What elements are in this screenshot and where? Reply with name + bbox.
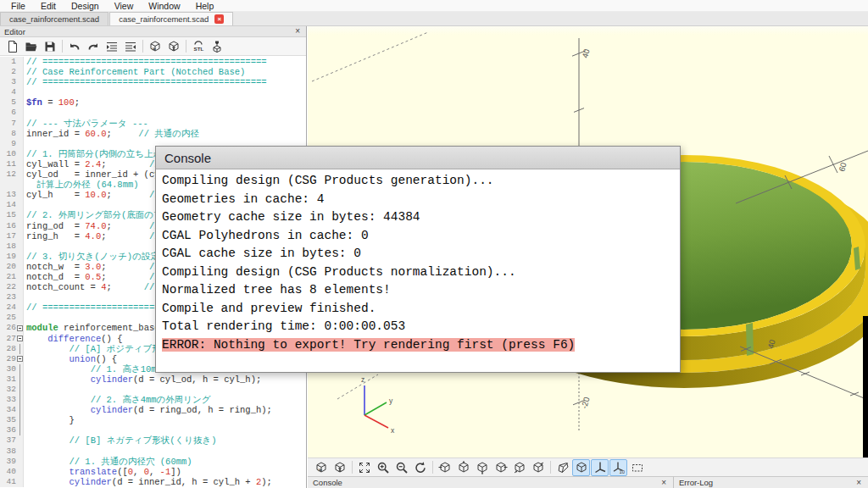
undo-button[interactable] [65, 38, 84, 55]
line-number: 26 [0, 323, 16, 333]
preview-button[interactable]: » [146, 38, 164, 55]
fold-collapse-icon[interactable] [17, 356, 23, 362]
view-bottom-button[interactable] [473, 459, 491, 476]
view-area-button[interactable] [628, 459, 646, 476]
fold-column[interactable] [16, 169, 24, 180]
show-scale-markers-button[interactable]: 10 [609, 459, 627, 476]
fold-column[interactable] [16, 425, 24, 435]
code-token: (d = cyl_od, h = cyl_h); [133, 374, 261, 385]
orthographic-button[interactable] [572, 459, 590, 476]
errorlog-dock-close-icon[interactable]: × [854, 479, 863, 487]
zoom-in-button[interactable] [374, 459, 392, 476]
zoom-all-button[interactable] [355, 459, 373, 476]
view-top-button[interactable] [454, 459, 472, 476]
fold-column[interactable] [16, 97, 24, 108]
fold-column[interactable] [16, 221, 24, 231]
fold-column[interactable] [16, 87, 24, 97]
fold-column[interactable] [16, 149, 24, 159]
view-back-button[interactable] [529, 459, 547, 476]
redo-button[interactable] [84, 38, 103, 55]
fold-collapse-icon[interactable] [17, 336, 23, 341]
fold-column[interactable] [16, 435, 24, 446]
fold-column[interactable] [16, 323, 24, 333]
show-axes-button[interactable] [591, 459, 609, 476]
indent-more-button[interactable] [103, 38, 121, 55]
fold-column[interactable] [16, 282, 24, 292]
fold-column[interactable] [16, 159, 24, 169]
fold-column[interactable] [16, 77, 24, 87]
fold-column[interactable] [16, 57, 24, 67]
perspective-button[interactable] [554, 459, 571, 476]
render-button[interactable] [331, 459, 348, 476]
open-file-button[interactable] [22, 38, 41, 55]
fold-column[interactable] [16, 119, 24, 129]
print-3d-button[interactable] [208, 38, 226, 55]
fold-collapse-icon[interactable] [17, 325, 23, 331]
new-file-button[interactable] [3, 38, 22, 55]
save-file-button[interactable] [41, 38, 59, 55]
fold-column[interactable] [16, 190, 24, 200]
fold-column[interactable] [16, 477, 24, 487]
code-token: // 1. 共通の内径穴 (60mm) [69, 457, 192, 467]
fold-column[interactable] [16, 395, 24, 405]
menu-edit[interactable]: Edit [33, 1, 64, 11]
fold-column[interactable] [16, 467, 24, 477]
tab-1[interactable]: case_rainforcement.scad [0, 12, 108, 25]
fold-column[interactable] [16, 364, 24, 374]
view-right-button[interactable] [436, 459, 453, 476]
svg-text:STL: STL [194, 46, 204, 52]
view-front-button[interactable] [510, 459, 528, 476]
console-dock-header[interactable]: Console × [308, 476, 674, 488]
fold-column[interactable] [16, 210, 24, 220]
menu-file[interactable]: File [3, 1, 33, 11]
editor-close-icon[interactable]: × [293, 27, 302, 36]
editor-panel-header[interactable]: Editor × [0, 26, 306, 37]
errorlog-dock-header[interactable]: Error-Log × [674, 476, 868, 488]
fold-column[interactable] [16, 374, 24, 385]
fold-column[interactable] [16, 252, 24, 262]
fold-column[interactable] [16, 334, 24, 344]
console-window-titlebar[interactable]: Console [156, 147, 680, 169]
fold-column[interactable] [16, 313, 24, 323]
menu-window[interactable]: Window [141, 1, 187, 11]
tab-2[interactable]: case_rainforcement.scad× [109, 12, 233, 25]
fold-column[interactable] [16, 272, 24, 282]
code-token: difference [47, 334, 101, 344]
menu-design[interactable]: Design [64, 1, 107, 11]
fold-column[interactable] [16, 180, 24, 190]
tab-close-button[interactable]: × [214, 14, 224, 24]
menu-help[interactable]: Help [188, 1, 222, 11]
fold-column[interactable] [16, 385, 24, 395]
render-button[interactable] [164, 38, 183, 55]
fold-column[interactable] [16, 354, 24, 364]
fold-column[interactable] [16, 231, 24, 241]
fold-column[interactable] [16, 405, 24, 415]
fold-column[interactable] [16, 241, 24, 252]
indent-less-button[interactable] [121, 38, 140, 55]
view-left-button[interactable] [492, 459, 509, 476]
console-dock-close-icon[interactable]: × [659, 479, 668, 487]
fold-column[interactable] [16, 457, 24, 467]
fold-guide [19, 344, 20, 354]
zoom-out-button[interactable] [392, 459, 410, 476]
fold-column[interactable] [16, 139, 24, 149]
fold-column[interactable] [16, 262, 24, 272]
preview-button[interactable]: » [312, 459, 330, 476]
fold-column[interactable] [16, 446, 24, 457]
console-output[interactable]: Compiling design (CSG Products generatio… [156, 169, 680, 357]
reset-view-button[interactable] [411, 459, 429, 476]
fold-column[interactable] [16, 302, 24, 313]
fold-column[interactable] [16, 129, 24, 139]
fold-column[interactable] [16, 108, 24, 118]
fold-column[interactable] [16, 200, 24, 210]
fold-column[interactable] [16, 292, 24, 302]
code-token [26, 344, 69, 354]
fold-column[interactable] [16, 415, 24, 425]
export-stl-button[interactable]: STL [189, 38, 208, 55]
code-token: 60.0 [85, 129, 106, 139]
menu-view[interactable]: View [107, 1, 142, 11]
fold-column[interactable] [16, 344, 24, 354]
fold-column[interactable] [16, 67, 24, 77]
code-text: inner_id = 60.0; // 共通の内径 [24, 129, 199, 139]
perspective-icon [556, 461, 570, 474]
